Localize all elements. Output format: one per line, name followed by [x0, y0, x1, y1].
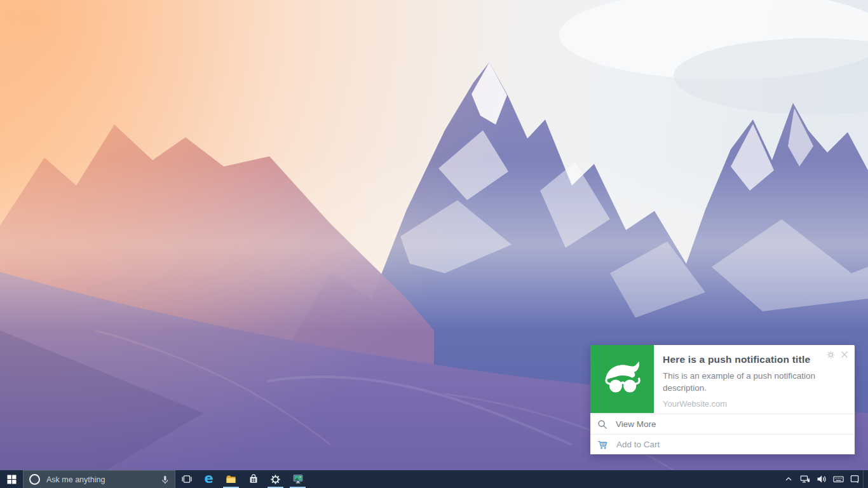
- windows-logo-icon: [7, 475, 17, 484]
- notification-domain: YourWebsite.com: [663, 399, 844, 409]
- hidden-icons-chevron-icon[interactable]: [780, 470, 797, 488]
- desktop: Here is a push notification title This i…: [0, 0, 868, 488]
- push-notification-card: Here is a push notification title This i…: [590, 345, 855, 454]
- settings-button[interactable]: [264, 470, 287, 488]
- store-bag-icon: [248, 474, 259, 484]
- system-tray: [780, 470, 868, 488]
- gear-icon: [270, 474, 281, 485]
- taskbar: e: [0, 470, 868, 488]
- notification-title: Here is a push notification title: [663, 354, 844, 365]
- display-photo-icon: [293, 474, 303, 484]
- mascot-face-icon: [599, 355, 645, 403]
- task-view-icon: [182, 474, 192, 484]
- search-input[interactable]: [45, 475, 155, 485]
- edge-browser-button[interactable]: e: [198, 470, 220, 488]
- notification-close-icon[interactable]: [841, 351, 848, 358]
- store-button[interactable]: [242, 470, 264, 488]
- add-to-cart-button[interactable]: Add to Cart: [590, 434, 855, 454]
- add-to-cart-label: Add to Cart: [616, 440, 660, 449]
- notification-settings-gear-icon[interactable]: [827, 351, 835, 359]
- edge-icon: e: [204, 472, 213, 485]
- action-center-icon[interactable]: [846, 470, 863, 488]
- cortana-search-box[interactable]: [23, 470, 175, 488]
- microphone-icon[interactable]: [160, 475, 170, 485]
- photo-viewer-button[interactable]: [287, 470, 309, 488]
- file-explorer-button[interactable]: [220, 470, 242, 488]
- notification-description: This is an example of a push notificatio…: [663, 370, 844, 394]
- folder-icon: [226, 475, 236, 484]
- view-more-button[interactable]: View More: [590, 414, 855, 434]
- start-button[interactable]: [0, 470, 23, 488]
- notification-body[interactable]: Here is a push notification title This i…: [590, 345, 855, 414]
- show-desktop-strip[interactable]: [863, 470, 868, 488]
- cortana-icon: [29, 474, 40, 485]
- shopping-cart-icon: [597, 440, 608, 450]
- volume-icon[interactable]: [813, 470, 830, 488]
- network-icon[interactable]: [797, 470, 813, 488]
- magnifier-icon: [597, 419, 607, 430]
- view-more-label: View More: [616, 419, 656, 429]
- touch-keyboard-icon[interactable]: [830, 470, 846, 488]
- notification-brand-logo: [590, 345, 654, 413]
- task-view-button[interactable]: [175, 470, 198, 488]
